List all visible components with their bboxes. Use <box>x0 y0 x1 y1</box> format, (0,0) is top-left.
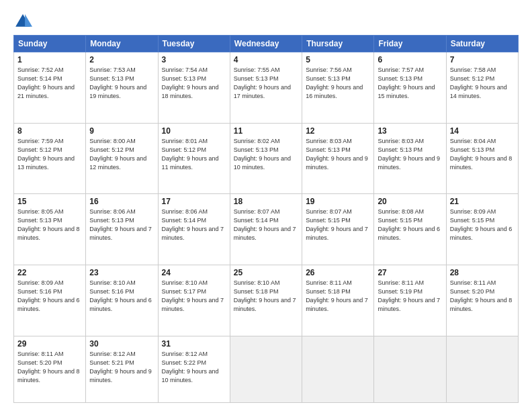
calendar-week-5: 29Sunrise: 8:11 AMSunset: 5:20 PMDayligh… <box>14 336 519 403</box>
calendar-cell: 26Sunrise: 8:11 AMSunset: 5:18 PMDayligh… <box>302 265 374 336</box>
day-info: Sunrise: 7:55 AMSunset: 5:13 PMDaylight:… <box>234 66 298 101</box>
day-number: 24 <box>162 268 226 277</box>
calendar-cell: 4Sunrise: 7:55 AMSunset: 5:13 PMDaylight… <box>230 52 302 124</box>
day-info: Sunrise: 8:11 AMSunset: 5:19 PMDaylight:… <box>378 279 442 314</box>
calendar-cell: 10Sunrise: 8:01 AMSunset: 5:12 PMDayligh… <box>158 123 230 194</box>
day-info: Sunrise: 8:09 AMSunset: 5:16 PMDaylight:… <box>17 279 82 314</box>
day-number: 31 <box>162 339 226 349</box>
calendar-cell: 22Sunrise: 8:09 AMSunset: 5:16 PMDayligh… <box>14 265 86 336</box>
day-info: Sunrise: 8:06 AMSunset: 5:13 PMDaylight:… <box>89 208 154 242</box>
calendar-cell <box>230 336 302 403</box>
day-number: 6 <box>378 55 442 64</box>
day-number: 29 <box>17 339 82 349</box>
day-info: Sunrise: 8:07 AMSunset: 5:14 PMDaylight:… <box>234 208 298 242</box>
calendar-cell: 13Sunrise: 8:03 AMSunset: 5:13 PMDayligh… <box>374 123 446 194</box>
calendar-cell: 23Sunrise: 8:10 AMSunset: 5:16 PMDayligh… <box>86 265 158 336</box>
calendar-table: SundayMondayTuesdayWednesdayThursdayFrid… <box>13 35 519 403</box>
day-info: Sunrise: 7:54 AMSunset: 5:13 PMDaylight:… <box>162 66 226 101</box>
day-number: 11 <box>234 126 298 136</box>
calendar-cell: 16Sunrise: 8:06 AMSunset: 5:13 PMDayligh… <box>86 194 158 265</box>
calendar-cell: 14Sunrise: 8:04 AMSunset: 5:13 PMDayligh… <box>446 123 518 194</box>
calendar-cell: 5Sunrise: 7:56 AMSunset: 5:13 PMDaylight… <box>302 52 374 124</box>
day-number: 7 <box>450 55 515 64</box>
calendar-cell: 2Sunrise: 7:53 AMSunset: 5:13 PMDaylight… <box>86 52 158 124</box>
day-number: 20 <box>378 197 442 206</box>
calendar-cell: 8Sunrise: 7:59 AMSunset: 5:12 PMDaylight… <box>14 123 86 194</box>
day-number: 12 <box>306 126 370 136</box>
logo <box>13 12 35 31</box>
calendar-cell: 12Sunrise: 8:03 AMSunset: 5:13 PMDayligh… <box>302 123 374 194</box>
day-info: Sunrise: 8:11 AMSunset: 5:20 PMDaylight:… <box>450 279 515 314</box>
calendar-week-3: 15Sunrise: 8:05 AMSunset: 5:13 PMDayligh… <box>14 194 519 265</box>
day-number: 3 <box>162 55 226 64</box>
calendar-cell: 31Sunrise: 8:12 AMSunset: 5:22 PMDayligh… <box>158 336 230 403</box>
day-info: Sunrise: 7:59 AMSunset: 5:12 PMDaylight:… <box>17 137 82 172</box>
day-info: Sunrise: 8:10 AMSunset: 5:17 PMDaylight:… <box>162 279 226 314</box>
calendar-cell <box>446 336 518 403</box>
svg-marker-1 <box>25 14 32 27</box>
calendar-header-tuesday: Tuesday <box>158 36 230 52</box>
calendar-cell: 18Sunrise: 8:07 AMSunset: 5:14 PMDayligh… <box>230 194 302 265</box>
day-info: Sunrise: 7:53 AMSunset: 5:13 PMDaylight:… <box>89 66 154 101</box>
calendar-cell: 3Sunrise: 7:54 AMSunset: 5:13 PMDaylight… <box>158 52 230 124</box>
calendar-header-row: SundayMondayTuesdayWednesdayThursdayFrid… <box>14 36 519 52</box>
calendar-cell: 20Sunrise: 8:08 AMSunset: 5:15 PMDayligh… <box>374 194 446 265</box>
calendar-header-saturday: Saturday <box>446 36 518 52</box>
calendar-header-sunday: Sunday <box>14 36 86 52</box>
calendar-cell <box>374 336 446 403</box>
day-number: 22 <box>17 268 82 277</box>
calendar-cell: 17Sunrise: 8:06 AMSunset: 5:14 PMDayligh… <box>158 194 230 265</box>
day-number: 2 <box>89 55 154 64</box>
day-number: 23 <box>89 268 154 277</box>
calendar-cell: 30Sunrise: 8:12 AMSunset: 5:21 PMDayligh… <box>86 336 158 403</box>
day-number: 8 <box>17 126 82 136</box>
calendar-header-friday: Friday <box>374 36 446 52</box>
day-info: Sunrise: 8:12 AMSunset: 5:22 PMDaylight:… <box>162 350 226 385</box>
calendar-cell: 6Sunrise: 7:57 AMSunset: 5:13 PMDaylight… <box>374 52 446 124</box>
day-number: 10 <box>162 126 226 136</box>
day-info: Sunrise: 8:03 AMSunset: 5:13 PMDaylight:… <box>378 137 442 172</box>
day-number: 4 <box>234 55 298 64</box>
day-info: Sunrise: 8:11 AMSunset: 5:20 PMDaylight:… <box>17 350 82 385</box>
calendar-week-4: 22Sunrise: 8:09 AMSunset: 5:16 PMDayligh… <box>14 265 519 336</box>
calendar-cell: 15Sunrise: 8:05 AMSunset: 5:13 PMDayligh… <box>14 194 86 265</box>
calendar-cell: 28Sunrise: 8:11 AMSunset: 5:20 PMDayligh… <box>446 265 518 336</box>
logo-icon <box>13 12 32 31</box>
calendar-week-1: 1Sunrise: 7:52 AMSunset: 5:14 PMDaylight… <box>14 52 519 124</box>
calendar-week-2: 8Sunrise: 7:59 AMSunset: 5:12 PMDaylight… <box>14 123 519 194</box>
day-number: 21 <box>450 197 515 206</box>
day-number: 25 <box>234 268 298 277</box>
day-info: Sunrise: 7:52 AMSunset: 5:14 PMDaylight:… <box>17 66 82 101</box>
calendar-header-monday: Monday <box>86 36 158 52</box>
day-number: 17 <box>162 197 226 206</box>
day-number: 18 <box>234 197 298 206</box>
day-info: Sunrise: 8:12 AMSunset: 5:21 PMDaylight:… <box>89 350 154 385</box>
day-info: Sunrise: 8:10 AMSunset: 5:16 PMDaylight:… <box>89 279 154 314</box>
day-info: Sunrise: 8:00 AMSunset: 5:12 PMDaylight:… <box>89 137 154 172</box>
day-info: Sunrise: 8:05 AMSunset: 5:13 PMDaylight:… <box>17 208 82 242</box>
day-info: Sunrise: 8:07 AMSunset: 5:15 PMDaylight:… <box>306 208 370 242</box>
calendar-cell: 29Sunrise: 8:11 AMSunset: 5:20 PMDayligh… <box>14 336 86 403</box>
calendar-page: SundayMondayTuesdayWednesdayThursdayFrid… <box>0 0 532 411</box>
calendar-cell: 7Sunrise: 7:58 AMSunset: 5:12 PMDaylight… <box>446 52 518 124</box>
day-number: 27 <box>378 268 442 277</box>
calendar-cell: 9Sunrise: 8:00 AMSunset: 5:12 PMDaylight… <box>86 123 158 194</box>
day-info: Sunrise: 8:04 AMSunset: 5:13 PMDaylight:… <box>450 137 515 172</box>
calendar-cell: 27Sunrise: 8:11 AMSunset: 5:19 PMDayligh… <box>374 265 446 336</box>
day-number: 16 <box>89 197 154 206</box>
day-number: 26 <box>306 268 370 277</box>
day-number: 14 <box>450 126 515 136</box>
day-number: 13 <box>378 126 442 136</box>
day-number: 9 <box>89 126 154 136</box>
day-info: Sunrise: 8:10 AMSunset: 5:18 PMDaylight:… <box>234 279 298 314</box>
day-number: 30 <box>89 339 154 349</box>
day-info: Sunrise: 8:08 AMSunset: 5:15 PMDaylight:… <box>378 208 442 242</box>
day-number: 28 <box>450 268 515 277</box>
day-info: Sunrise: 7:58 AMSunset: 5:12 PMDaylight:… <box>450 66 515 101</box>
day-info: Sunrise: 8:01 AMSunset: 5:12 PMDaylight:… <box>162 137 226 172</box>
day-info: Sunrise: 7:56 AMSunset: 5:13 PMDaylight:… <box>306 66 370 101</box>
calendar-cell: 25Sunrise: 8:10 AMSunset: 5:18 PMDayligh… <box>230 265 302 336</box>
calendar-cell: 11Sunrise: 8:02 AMSunset: 5:13 PMDayligh… <box>230 123 302 194</box>
calendar-cell: 21Sunrise: 8:09 AMSunset: 5:15 PMDayligh… <box>446 194 518 265</box>
day-number: 15 <box>17 197 82 206</box>
